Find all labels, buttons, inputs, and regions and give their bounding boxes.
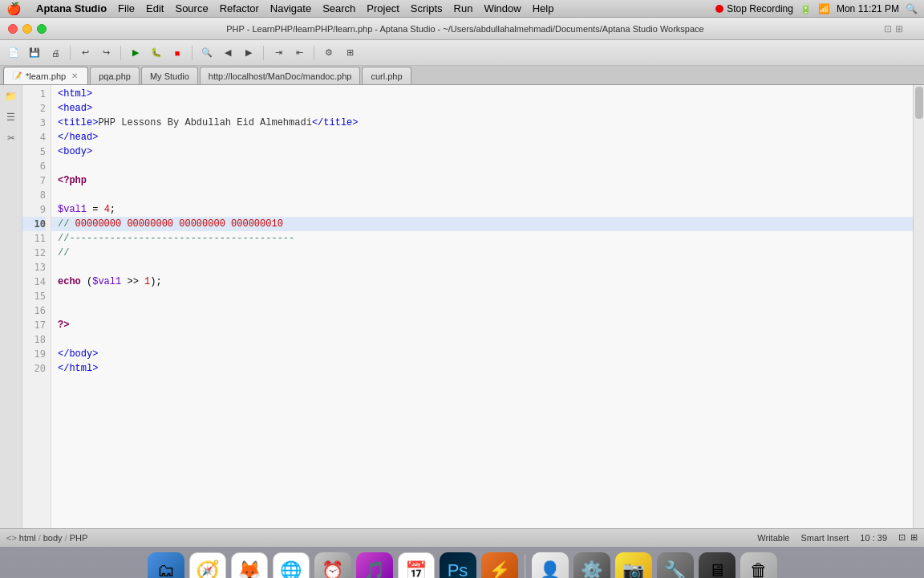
line-numbers: 1234567891011121314151617181920: [22, 85, 51, 528]
breadcrumb-sep-2: /: [65, 533, 67, 543]
menu-edit[interactable]: Edit: [146, 2, 164, 14]
code-line-20[interactable]: </html>: [51, 361, 913, 376]
dock-google[interactable]: 🌐: [273, 552, 310, 579]
code-editor[interactable]: <html><head><title>PHP Lessons By Abdull…: [51, 85, 913, 528]
code-line-8[interactable]: [51, 188, 913, 202]
sidebar-explorer[interactable]: 📁: [3, 88, 19, 104]
tab-my-studio[interactable]: My Studio: [141, 67, 198, 84]
code-line-16[interactable]: [51, 303, 913, 318]
code-line-12[interactable]: //: [51, 246, 913, 260]
code-line-19[interactable]: </body>: [51, 347, 913, 361]
menu-refactor[interactable]: Refactor: [220, 2, 259, 14]
dock-sysprefs[interactable]: ⚙️: [573, 552, 610, 579]
stop-dot: [715, 5, 723, 13]
close-button[interactable]: [8, 24, 18, 34]
stop-recording-button[interactable]: Stop Recording: [715, 3, 793, 14]
code-line-14[interactable]: echo ($val1 >> 1);: [51, 275, 913, 289]
menu-run[interactable]: Run: [454, 2, 473, 14]
menu-window[interactable]: Window: [484, 2, 521, 14]
window-expand-icon[interactable]: ⊞: [895, 23, 903, 35]
menu-scripts[interactable]: Scripts: [411, 2, 443, 14]
tab-learn-php[interactable]: 📝 *learn.php ✕: [3, 67, 88, 84]
toolbar-save[interactable]: 💾: [26, 44, 43, 62]
line-number-3: 3: [22, 116, 46, 130]
toolbar-indent[interactable]: ⇥: [270, 44, 287, 62]
menu-file[interactable]: File: [118, 2, 135, 14]
window-collapse-icon[interactable]: ⊡: [884, 23, 892, 35]
scrollbar-right[interactable]: [913, 85, 924, 528]
menu-search[interactable]: Search: [322, 2, 355, 14]
status-insert-mode: Smart Insert: [800, 533, 849, 543]
toolbar-search[interactable]: 🔍: [198, 44, 216, 62]
code-line-7[interactable]: <?php: [51, 173, 913, 188]
traffic-lights: [8, 24, 47, 34]
code-line-18[interactable]: [51, 332, 913, 347]
toolbar-redo[interactable]: ↪: [97, 44, 115, 62]
code-line-2[interactable]: <head>: [51, 101, 913, 116]
toolbar: 📄 💾 🖨 ↩ ↪ ▶ 🐛 ■ 🔍 ◀ ▶ ⇥ ⇤ ⚙ ⊞: [0, 40, 924, 66]
menu-source[interactable]: Source: [175, 2, 208, 14]
toolbar-outdent[interactable]: ⇤: [290, 44, 308, 62]
code-line-10[interactable]: // 00000000 00000000 00000000 000000010: [51, 217, 913, 231]
code-line-15[interactable]: [51, 289, 913, 303]
dock-timemachine[interactable]: ⏰: [314, 552, 351, 579]
dock-aptana[interactable]: ⚡: [481, 552, 518, 579]
line-number-4: 4: [22, 130, 46, 144]
line-number-14: 14: [22, 275, 46, 289]
breadcrumb-body: body: [43, 533, 63, 543]
dock-itunes[interactable]: 🎵: [356, 552, 393, 579]
dock-system[interactable]: 🖥: [699, 552, 736, 579]
code-line-4[interactable]: </head>: [51, 130, 913, 144]
tab-curl[interactable]: curl.php: [362, 67, 411, 84]
toolbar-run[interactable]: ▶: [127, 44, 144, 62]
apple-menu[interactable]: 🍎: [6, 2, 22, 16]
code-line-9[interactable]: $val1 = 4;: [51, 202, 913, 217]
toolbar-new[interactable]: 📄: [5, 44, 22, 62]
toolbar-preferences[interactable]: ⚙: [320, 44, 338, 62]
code-line-5[interactable]: <body>: [51, 144, 913, 159]
toolbar-stop[interactable]: ■: [168, 44, 186, 62]
scrollbar-thumb[interactable]: [915, 87, 923, 119]
toolbar-undo[interactable]: ↩: [76, 44, 94, 62]
dock-finder[interactable]: 🗂: [148, 552, 184, 579]
tabs-bar: 📝 *learn.php ✕ pqa.php My Studio http://…: [0, 66, 924, 85]
code-line-3[interactable]: <title>PHP Lessons By Abdullah Eid Almeh…: [51, 116, 913, 130]
sidebar-outline[interactable]: ☰: [3, 109, 19, 125]
menubar: 🍎 Aptana Studio File Edit Source Refacto…: [0, 0, 924, 18]
code-line-1[interactable]: <html>: [51, 87, 913, 101]
app-name[interactable]: Aptana Studio: [36, 2, 107, 14]
dock-iphoto[interactable]: 📷: [615, 552, 652, 579]
code-line-17[interactable]: ?>: [51, 318, 913, 332]
statusbar: <> html / body / PHP Writable Smart Inse…: [0, 528, 924, 546]
line-number-18: 18: [22, 332, 46, 347]
code-line-6[interactable]: [51, 159, 913, 173]
tab-mandoc[interactable]: http://localhost/ManDoc/mandoc.php: [200, 67, 361, 84]
dock-trash[interactable]: 🗑: [740, 552, 777, 579]
line-number-9: 9: [22, 202, 46, 217]
menu-navigate[interactable]: Navigate: [270, 2, 311, 14]
toolbar-back[interactable]: ◀: [219, 44, 237, 62]
spotlight-icon[interactable]: 🔍: [906, 3, 918, 14]
toolbar-debug[interactable]: 🐛: [148, 44, 165, 62]
dock-ps[interactable]: Ps: [440, 552, 476, 579]
dock-ical[interactable]: 📅: [398, 552, 435, 579]
breadcrumb: <> html / body / PHP: [6, 533, 87, 543]
sidebar-snippets[interactable]: ✂: [3, 130, 19, 146]
maximize-button[interactable]: [37, 24, 47, 34]
tab-learn-php-close[interactable]: ✕: [70, 71, 79, 81]
menu-project[interactable]: Project: [367, 2, 399, 14]
dock-contacts[interactable]: 👤: [532, 552, 569, 579]
dock-safari[interactable]: 🧭: [189, 552, 226, 579]
menu-help[interactable]: Help: [533, 2, 554, 14]
tab-pqa[interactable]: pqa.php: [90, 67, 140, 84]
toolbar-layout[interactable]: ⊞: [341, 44, 359, 62]
code-line-11[interactable]: //--------------------------------------…: [51, 231, 913, 246]
dock-tools[interactable]: 🔧: [657, 552, 694, 579]
code-line-13[interactable]: [51, 260, 913, 275]
minimize-button[interactable]: [22, 24, 32, 34]
dock-firefox[interactable]: 🦊: [231, 552, 268, 579]
toolbar-print[interactable]: 🖨: [47, 44, 64, 62]
toolbar-forward[interactable]: ▶: [240, 44, 257, 62]
tab-my-studio-label: My Studio: [150, 71, 189, 81]
tab-php-icon: 📝: [12, 71, 22, 80]
